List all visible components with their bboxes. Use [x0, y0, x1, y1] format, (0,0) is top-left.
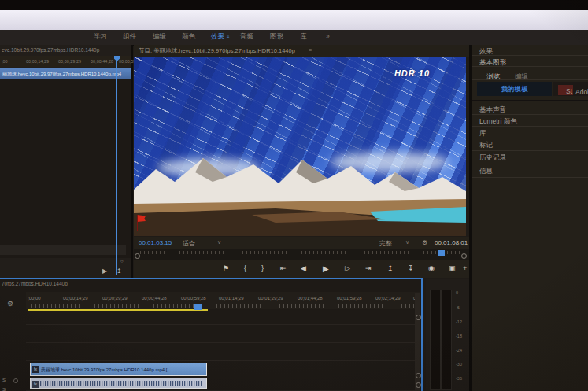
panel-tab-info[interactable]: 信息	[472, 164, 588, 178]
timeline-wrench-icon[interactable]: ⚙	[7, 300, 13, 308]
fx-badge: fx	[32, 366, 39, 373]
adobe-stock-button[interactable]: St Adobe Stock	[553, 82, 588, 96]
chevron-down-icon[interactable]: ∨	[217, 239, 221, 245]
video-clip-label: 美丽地球.hevc.10bit.29.970fps.27mbps.HDR10.1…	[41, 367, 202, 374]
track-divider	[26, 324, 415, 325]
monitor-photo: 学习 组件 编辑 颜色 效果 ≡ 音频 图形 库 » evc.10bit.29.…	[0, 0, 588, 391]
program-monitor-time-row: 00;01;03;15 适合 ∨ 完整 ∨ ⚙ 00;01;08;01	[134, 237, 469, 249]
effect-controls-ruler[interactable]: ;00 00;00;14;29 00;00;29;29 00;00;44;28 …	[0, 56, 131, 67]
ec-ruler-tick: 00;00;14;29	[26, 59, 49, 64]
effects-tab-menu-icon[interactable]: ≡	[227, 34, 230, 39]
program-monitor-scrubber[interactable]	[134, 249, 469, 260]
timeline-panel: 70fps.27mbps.HDR10.1440p ⚙ ;00;00 00;00;…	[0, 278, 423, 391]
panel-tab-lumetri-color[interactable]: Lumetri 颜色	[472, 115, 588, 127]
scrubber-playhead[interactable]	[438, 250, 445, 256]
track-solo-button[interactable]: S	[2, 378, 6, 382]
duration-timecode: 00;01;08;01	[435, 239, 468, 246]
tab-color[interactable]: 颜色	[182, 32, 195, 42]
ec-ruler-tick: 00;00;29;29	[58, 59, 81, 64]
meter-scale-label: 0	[456, 290, 458, 295]
panel-menu-icon[interactable]: ≡	[309, 47, 312, 53]
go-to-out-icon[interactable]: ⇥	[365, 264, 372, 272]
ruler-tick: 00;00;44;28	[142, 296, 167, 301]
panel-tab-essential-sound[interactable]: 基本声音	[472, 103, 588, 115]
mark-out-icon[interactable]: }	[261, 264, 264, 272]
program-monitor-video[interactable]: HDR 10	[134, 57, 466, 236]
panel-divider-left	[131, 45, 133, 278]
export-frame-icon[interactable]: ◉	[428, 264, 435, 272]
red-flag	[137, 215, 145, 231]
photo-top-edge	[0, 0, 588, 10]
play-icon[interactable]: ▶	[323, 264, 329, 273]
ruler-tick: 00;01;44;28	[298, 296, 323, 301]
effect-controls-playhead[interactable]	[116, 56, 117, 275]
button-editor-icon[interactable]: +	[463, 264, 467, 272]
track-solo-button[interactable]: S	[2, 387, 6, 391]
mark-in-icon[interactable]: {	[244, 264, 246, 272]
panel-tab-essential-graphics-label: 基本图形	[472, 56, 588, 68]
ec-ruler-tick: 00;00;44;28	[91, 59, 113, 64]
ruler-tick: 00;02;14;29	[375, 296, 401, 301]
essential-graphics-tabs: 浏览 编辑	[472, 67, 588, 80]
meter-scale-label: -18	[456, 334, 462, 338]
timeline-ruler[interactable]: ;00;00 00;00;14;29 00;00;29;29 00;00;44;…	[26, 292, 420, 309]
timeline-playhead-handle[interactable]	[194, 304, 202, 310]
meter-scale-label: -30	[456, 362, 462, 367]
zoom-level-select[interactable]: 适合	[183, 239, 195, 248]
export-icon[interactable]: ↥	[116, 267, 122, 275]
meter-scale-label: -12	[456, 319, 462, 324]
wrench-icon[interactable]: ⚙	[422, 239, 427, 246]
lift-icon[interactable]: ↥	[387, 264, 394, 272]
tab-learn[interactable]: 学习	[94, 32, 107, 42]
render-bar-yellow	[28, 309, 208, 311]
extract-icon[interactable]: ↧	[408, 264, 414, 272]
step-forward-icon[interactable]: ▷	[345, 264, 350, 272]
tab-overflow-chevron[interactable]: »	[326, 32, 330, 40]
comparison-view-icon[interactable]: ▣	[449, 264, 456, 272]
go-to-in-icon[interactable]: ⇤	[280, 264, 287, 272]
effect-controls-title: evc.10bit.29.970fps.27mbps.HDR10.1440p	[2, 47, 129, 53]
scrollbar-handle[interactable]	[416, 373, 421, 378]
ruler-tick: 00;00;59;28	[181, 296, 206, 301]
tab-libraries[interactable]: 库	[300, 32, 307, 42]
scrubber-handle-left[interactable]	[135, 253, 140, 259]
tab-effects[interactable]: 效果	[211, 32, 224, 42]
audio-clip-a1[interactable]: fx	[30, 378, 207, 389]
ruler-tick: ;00;00	[28, 296, 41, 301]
fx-badge: fx	[32, 381, 39, 388]
panel-tab-lumetri-label: Lumetri 颜色	[472, 115, 588, 127]
tab-assembly[interactable]: 组件	[123, 32, 136, 42]
effect-controls-scrollbar[interactable]	[0, 245, 126, 255]
adobe-stock-label: Adobe Stock	[568, 86, 588, 96]
audio-meters-panel[interactable]: 0 -6 -12 -18 -24 -30 -36	[426, 279, 469, 391]
my-templates-button[interactable]: 我的模板	[477, 82, 552, 96]
video-clip-v1[interactable]: fx 美丽地球.hevc.10bit.29.970fps.27mbps.HDR1…	[30, 363, 207, 376]
ruler-tick: 00;01;14;29	[219, 296, 244, 301]
effect-controls-clip-bar[interactable]: 丽地球.hevc.10bit.29.970fps.27mbps.HDR10.14…	[0, 68, 131, 79]
scrubber-handle-right[interactable]	[461, 253, 467, 259]
playback-resolution-select[interactable]: 完整	[379, 239, 392, 248]
meter-scale-label: -6	[456, 305, 460, 310]
panel-tab-effects[interactable]: 效果	[472, 45, 588, 56]
scrollbar-handle[interactable]	[416, 382, 421, 388]
panel-tab-essential-sound-label: 基本声音	[472, 103, 588, 115]
add-marker-icon[interactable]: ⚑	[223, 264, 229, 272]
audio-meter-left	[430, 290, 441, 390]
panel-tab-libraries[interactable]: 库	[472, 127, 588, 138]
chevron-down-icon[interactable]: ∨	[405, 239, 409, 245]
tab-editing[interactable]: 编辑	[153, 32, 166, 42]
panel-tab-markers[interactable]: 标记	[472, 138, 588, 151]
effect-controls-timeline-area[interactable]	[0, 79, 131, 258]
track-divider	[26, 360, 415, 361]
step-back-icon[interactable]: ◀	[301, 264, 306, 272]
play-in-to-out-icon[interactable]: ▶	[102, 267, 107, 275]
panel-settings-dot-icon[interactable]: ○	[120, 259, 124, 264]
panel-tab-effects-label: 效果	[472, 45, 588, 57]
right-dock: 效果 基本图形 浏览 编辑 我的模板 St Adobe Stock 基本声音 L…	[472, 45, 588, 391]
scrollbar-handle[interactable]	[416, 315, 421, 320]
panel-tab-essential-graphics[interactable]: 基本图形	[472, 56, 588, 67]
panel-tab-history[interactable]: 历史记录	[472, 151, 588, 164]
tab-graphics[interactable]: 图形	[270, 32, 283, 42]
tab-audio[interactable]: 音频	[240, 32, 253, 42]
track-header-dot[interactable]	[13, 378, 18, 383]
